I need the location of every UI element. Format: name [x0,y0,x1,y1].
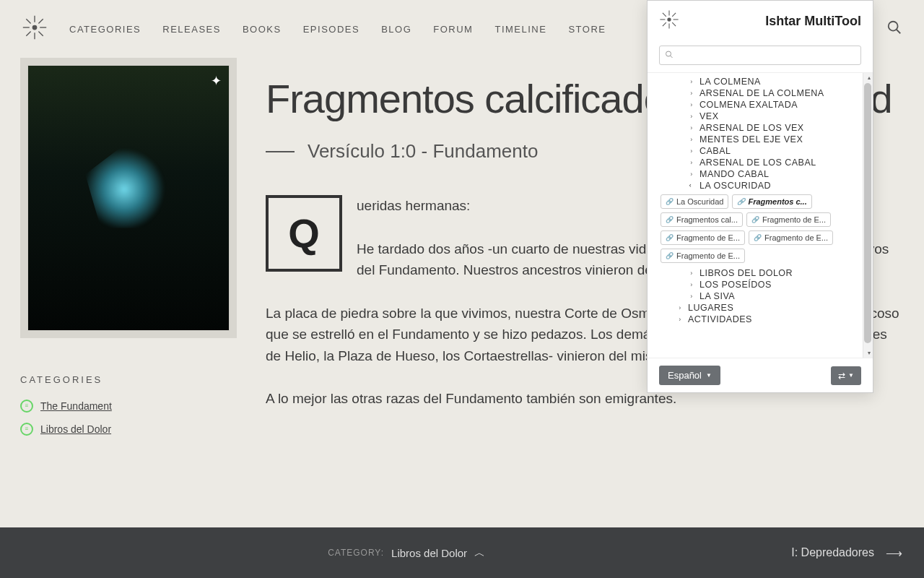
nav-categories[interactable]: CATEGORIES [69,24,141,35]
chevron-right-icon: › [688,293,695,300]
svg-line-18 [663,22,666,26]
bottom-category[interactable]: CATEGORY: Libros del Dolor ︿ [328,546,485,560]
tree-item[interactable]: ›ARSENAL DE LOS CABAL [648,157,873,168]
tree-item-label: LUGARES [688,303,733,313]
chip-item[interactable]: 🔗La Oscuridad [661,194,728,209]
tree-item[interactable]: ›LUGARES [648,302,873,314]
subtitle-dash-icon [266,151,295,152]
chip-label: Fragmento de E... [764,233,828,242]
chip-item[interactable]: 🔗Fragmentos cal... [661,212,743,227]
next-link[interactable]: I: Depredadores ⟶ [791,546,902,560]
link-icon: 🔗 [751,216,759,223]
tree-item-label: ARSENAL DE LA COLMENA [699,88,824,98]
chip-container: 🔗La Oscuridad🔗Fragmentos c...🔗Fragmentos… [648,191,873,267]
tree-item[interactable]: ›LOS POSEÍDOS [648,279,873,290]
tree-item-label: COLMENA EXALTADA [699,100,798,110]
card-image: ✦ [27,65,230,331]
tree-item[interactable]: ›LIBROS DEL DOLOR [648,267,873,279]
svg-line-19 [672,13,676,17]
nav-links: CATEGORIES RELEASES BOOKS EPISODES BLOG … [69,24,606,35]
scrollbar-track[interactable]: ▴ ▾ [863,73,873,358]
chip-label: Fragmento de E... [676,233,740,242]
link-icon: 🔗 [666,198,674,205]
tree-item[interactable]: ›LA SIVA [648,290,873,302]
tree-item-label: LA SIVA [699,291,735,301]
tree-item-label: ACTIVIDADES [688,314,752,324]
tree-item[interactable]: ›ARSENAL DE LA COLMENA [648,87,873,99]
nav-timeline[interactable]: TIMELINE [494,24,546,35]
nav-releases[interactable]: RELEASES [162,24,221,35]
chevron-down-icon: ⌄ [688,182,695,189]
subtitle: Versículo 1:0 - Fundamento [308,140,538,163]
scroll-arrow-up-icon[interactable]: ▴ [868,74,871,81]
chip-item[interactable]: 🔗Fragmento de E... [661,249,745,263]
tree-item-label: LOS POSEÍDOS [699,280,772,290]
svg-line-8 [38,19,43,23]
chevron-right-icon: › [688,136,695,143]
tree-item[interactable]: ›ACTIVIDADES [648,314,873,325]
card-symbol-icon: ✦ [211,73,222,89]
chip-item[interactable]: 🔗Fragmento de E... [661,230,745,245]
tree-item-label: VEX [699,111,719,121]
svg-line-10 [897,30,901,34]
category-icon: ≡ [20,400,33,413]
sidebar: ✦ CATEGORIES ≡ The Fundament ≡ Libros de… [20,58,237,446]
chevron-right-icon: › [688,90,695,97]
category-label-text: CATEGORY: [328,548,384,558]
nav-forum[interactable]: FORUM [433,24,473,35]
category-item-fundament[interactable]: ≡ The Fundament [20,400,237,413]
tree-item[interactable]: ›MENTES DEL EJE VEX [648,134,873,145]
svg-line-17 [672,22,676,26]
tree-item-label: LA COLMENA [699,77,761,87]
category-list: ≡ The Fundament ≡ Libros del Dolor [20,400,237,436]
ext-title: Ishtar MultiTool [765,14,861,29]
tree-item[interactable]: ›MANDO CABAL [648,168,873,180]
ext-tree[interactable]: ▴ ▾ ›LA COLMENA›ARSENAL DE LA COLMENA›CO… [648,72,873,358]
categories-heading: CATEGORIES [20,374,237,385]
tree-item[interactable]: ⌄LA OSCURIDAD [648,180,873,191]
scrollbar-thumb[interactable] [864,83,871,343]
ext-logo-icon [659,9,679,33]
link-icon: 🔗 [666,216,674,223]
bottom-bar: CATEGORY: Libros del Dolor ︿ I: Depredad… [0,527,924,578]
scroll-arrow-down-icon[interactable]: ▾ [868,350,871,356]
tree-item[interactable]: ›COLMENA EXALTADA [648,99,873,111]
svg-line-5 [26,19,30,23]
nav-store[interactable]: STORE [568,24,606,35]
tree-item-label: MENTES DEL EJE VEX [699,134,803,144]
translate-icon: ⇄ [838,371,845,381]
link-icon: 🔗 [666,234,674,241]
svg-line-16 [663,13,666,17]
nav-episodes[interactable]: EPISODES [303,24,359,35]
nav-blog[interactable]: BLOG [381,24,411,35]
tree-item-label: CABAL [699,146,731,156]
ext-search-input[interactable] [659,46,861,65]
tree-item[interactable]: ›ARSENAL DE LOS VEX [648,122,873,134]
chevron-up-icon[interactable]: ︿ [474,546,485,560]
chip-item[interactable]: 🔗Fragmentos c... [732,194,811,209]
tree-item[interactable]: ›VEX [648,111,873,122]
category-item-libros[interactable]: ≡ Libros del Dolor [20,423,237,436]
search-button[interactable] [886,20,902,38]
ext-header: Ishtar MultiTool [648,1,873,41]
chevron-right-icon: › [688,113,695,120]
chip-item[interactable]: 🔗Fragmento de E... [749,230,833,245]
search-icon [665,50,674,61]
chevron-right-icon: › [688,101,695,108]
svg-line-7 [26,31,30,35]
site-logo-icon[interactable] [22,14,48,43]
chip-item[interactable]: 🔗Fragmento de E... [746,212,831,227]
chip-label: Fragmentos c... [748,197,806,206]
chip-label: La Oscuridad [676,197,723,206]
translate-button[interactable]: ⇄ ▼ [831,366,861,385]
tree-item-label: MANDO CABAL [699,169,770,179]
language-button[interactable]: Español ▼ [659,366,720,385]
tree-item[interactable]: ›LA COLMENA [648,76,873,87]
chevron-right-icon: › [688,78,695,85]
nav-books[interactable]: BOOKS [243,24,282,35]
tree-item[interactable]: ›CABAL [648,145,873,157]
svg-point-0 [32,25,36,29]
caret-down-icon: ▼ [706,372,712,379]
arrow-right-icon: ⟶ [886,546,902,560]
chevron-right-icon: › [688,159,695,166]
